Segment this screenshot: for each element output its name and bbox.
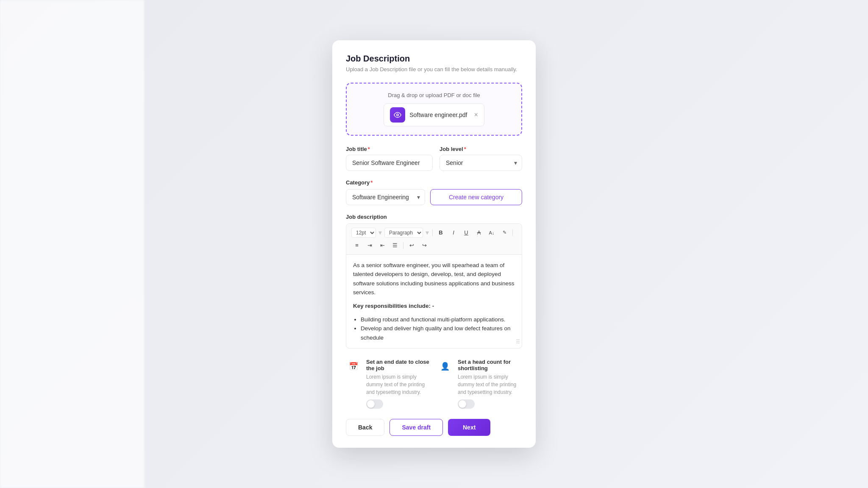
toolbar-divider-1 <box>432 229 433 236</box>
job-title-input[interactable] <box>346 155 433 171</box>
upload-label: Drag & drop or upload PDF or doc file <box>388 92 480 98</box>
next-button[interactable]: Next <box>448 419 490 436</box>
head-count-toggle[interactable] <box>458 399 475 409</box>
job-level-required: * <box>464 146 466 152</box>
editor-bullet-1: Building robust and functional multi-pla… <box>361 315 515 324</box>
align-button[interactable]: ☰ <box>389 240 401 251</box>
svg-point-0 <box>397 114 399 116</box>
bullet-list-button[interactable]: ≡ <box>351 240 362 251</box>
job-title-required: * <box>368 146 370 152</box>
file-name: Software engineer.pdf <box>409 112 467 118</box>
editor-key-responsibilities: Key responsibilities include: - <box>353 301 515 311</box>
end-date-card: 📅 Set an end date to close the job Lorem… <box>346 359 431 409</box>
job-title-label: Job title* <box>346 146 433 152</box>
create-category-button[interactable]: Create new category <box>430 189 522 205</box>
back-button[interactable]: Back <box>346 419 384 436</box>
paragraph-select[interactable]: Paragraph Heading 1 Heading 2 <box>384 228 423 238</box>
job-level-label: Job level* <box>440 146 522 152</box>
job-level-group: Job level* Junior Mid Senior Lead Direct… <box>440 146 522 171</box>
calendar-icon: 📅 <box>346 359 361 374</box>
category-label-group: Category* <box>346 179 522 186</box>
head-count-card: 👤 Set a head count for shortlisting Lore… <box>437 359 522 409</box>
underline-button[interactable]: U <box>461 227 472 238</box>
font-size-select[interactable]: 12pt 14pt 16pt <box>351 228 376 238</box>
toolbar-divider-2 <box>512 229 513 236</box>
editor-body[interactable]: As a senior software engineer, you will … <box>346 255 522 349</box>
file-remove-button[interactable]: × <box>474 112 478 118</box>
category-label: Category* <box>346 179 522 186</box>
toolbar-divider-3 <box>403 242 403 249</box>
action-buttons: Back Save draft Next <box>346 419 522 436</box>
undo-button[interactable]: ↩ <box>406 240 417 251</box>
category-row: Software Engineering Design Marketing Sa… <box>346 189 522 205</box>
indent-right-button[interactable]: ⇥ <box>364 240 375 251</box>
save-draft-button[interactable]: Save draft <box>389 419 443 436</box>
job-description-label: Job description <box>346 214 522 220</box>
italic-button[interactable]: I <box>448 227 459 238</box>
file-icon <box>390 107 405 123</box>
modal-subtitle: Upload a Job Description file or you can… <box>346 66 522 73</box>
head-count-title: Set a head count for shortlisting <box>458 359 522 371</box>
upload-zone[interactable]: Drag & drop or upload PDF or doc file So… <box>346 83 522 136</box>
file-chip: Software engineer.pdf × <box>384 103 484 126</box>
redo-button[interactable]: ↪ <box>419 240 430 251</box>
head-count-desc: Lorem ipsum is simply dummy text of the … <box>458 373 522 396</box>
editor-resize-handle[interactable]: ⠿ <box>516 337 520 346</box>
job-description-modal: Job Description Upload a Job Description… <box>332 40 536 448</box>
info-cards-section: 📅 Set an end date to close the job Lorem… <box>346 359 522 409</box>
job-description-section: Job description 12pt 14pt 16pt ▾ Paragra… <box>346 214 522 349</box>
category-select-wrapper: Software Engineering Design Marketing Sa… <box>346 189 425 205</box>
editor-bullets: Building robust and functional multi-pla… <box>353 315 515 343</box>
highlight-button[interactable]: A↓ <box>486 227 497 238</box>
editor-paragraph-1: As a senior software engineer, you will … <box>353 261 515 297</box>
strikethrough-button[interactable]: A <box>473 227 484 238</box>
end-date-desc: Lorem ipsum is simply dummy text of the … <box>366 373 431 396</box>
job-title-group: Job title* <box>346 146 433 171</box>
job-level-select-wrapper: Junior Mid Senior Lead Director ▾ <box>440 155 522 171</box>
editor-container: 12pt 14pt 16pt ▾ Paragraph Heading 1 Hea… <box>346 223 522 349</box>
color-button[interactable]: ✎ <box>499 227 510 238</box>
modal-title: Job Description <box>346 54 522 64</box>
end-date-content: Set an end date to close the job Lorem i… <box>366 359 431 409</box>
category-select[interactable]: Software Engineering Design Marketing Sa… <box>346 189 425 205</box>
end-date-toggle[interactable] <box>366 399 383 409</box>
editor-bullet-2: Develop and deliver high quality and low… <box>361 324 515 342</box>
job-title-level-row: Job title* Job level* Junior Mid Senior … <box>346 146 522 171</box>
person-icon: 👤 <box>437 359 453 374</box>
category-required: * <box>370 179 373 186</box>
job-level-select[interactable]: Junior Mid Senior Lead Director <box>440 155 522 171</box>
bold-button[interactable]: B <box>435 227 446 238</box>
end-date-title: Set an end date to close the job <box>366 359 431 371</box>
editor-toolbar: 12pt 14pt 16pt ▾ Paragraph Heading 1 Hea… <box>346 224 522 255</box>
indent-left-button[interactable]: ⇤ <box>377 240 388 251</box>
head-count-content: Set a head count for shortlisting Lorem … <box>458 359 522 409</box>
